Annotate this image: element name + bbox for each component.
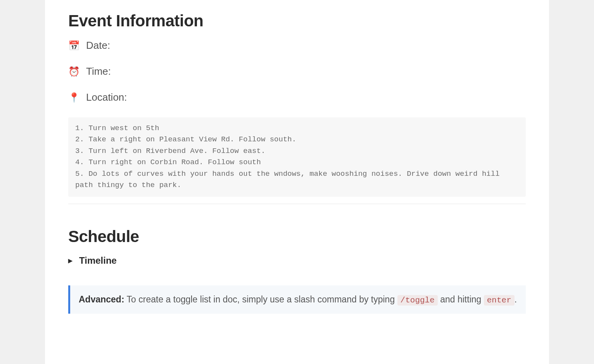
time-label: Time: (86, 65, 111, 77)
pin-icon: 📍 (68, 92, 79, 103)
enter-key-chip: enter (484, 295, 515, 306)
date-field-row[interactable]: 📅 Date: (68, 39, 526, 52)
clock-icon: ⏰ (68, 66, 79, 77)
toggle-arrow-icon: ▶ (68, 258, 74, 264)
calendar-icon: 📅 (68, 40, 79, 51)
event-information-heading: Event Information (68, 12, 526, 30)
advanced-callout: Advanced: To create a toggle list in doc… (68, 285, 526, 314)
time-field-row[interactable]: ⏰ Time: (68, 65, 526, 77)
schedule-heading: Schedule (68, 227, 526, 246)
callout-text-after: . (515, 294, 517, 304)
location-label: Location: (86, 91, 127, 103)
section-divider (68, 204, 526, 204)
callout-bold-label: Advanced: (79, 294, 124, 304)
directions-code-block[interactable]: 1. Turn west on 5th 2. Take a right on P… (68, 117, 526, 197)
date-label: Date: (86, 39, 110, 52)
document-page: Event Information 📅 Date: ⏰ Time: 📍 Loca… (45, 0, 549, 364)
callout-text-middle: and hitting (438, 294, 484, 304)
callout-text-before: To create a toggle list in doc, simply u… (124, 294, 397, 304)
timeline-toggle-label: Timeline (79, 255, 117, 266)
timeline-toggle[interactable]: ▶ Timeline (68, 255, 526, 266)
toggle-command-chip: /toggle (397, 295, 438, 306)
location-field-row[interactable]: 📍 Location: (68, 91, 526, 103)
